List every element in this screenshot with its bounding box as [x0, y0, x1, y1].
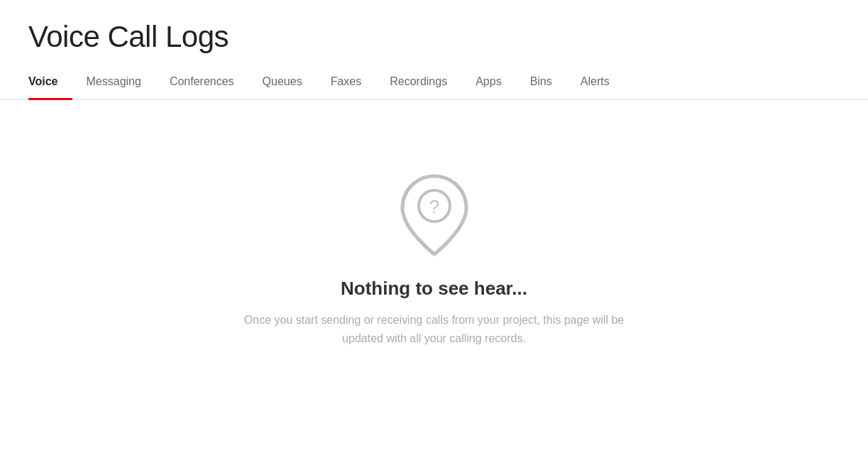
tab-alerts[interactable]: Alerts: [566, 65, 624, 100]
svg-text:?: ?: [429, 196, 439, 217]
empty-state-title: Nothing to see hear...: [341, 278, 527, 300]
tab-voice[interactable]: Voice: [28, 65, 72, 100]
tabs-list: VoiceMessagingConferencesQueuesFaxesReco…: [28, 65, 840, 99]
tab-faxes[interactable]: Faxes: [317, 65, 376, 100]
tab-apps[interactable]: Apps: [461, 65, 515, 100]
empty-state-icon: ?: [395, 173, 473, 258]
main-content: ? Nothing to see hear... Once you start …: [0, 100, 868, 405]
tab-recordings[interactable]: Recordings: [375, 65, 461, 100]
page-header: Voice Call Logs: [0, 0, 868, 65]
empty-state-description: Once you start sending or receiving call…: [236, 311, 633, 347]
page-title: Voice Call Logs: [28, 20, 840, 54]
tabs-nav-container: VoiceMessagingConferencesQueuesFaxesReco…: [0, 65, 868, 100]
tab-conferences[interactable]: Conferences: [155, 65, 248, 100]
tab-queues[interactable]: Queues: [248, 65, 317, 100]
tab-messaging[interactable]: Messaging: [72, 65, 155, 100]
tab-bins[interactable]: Bins: [516, 65, 566, 100]
